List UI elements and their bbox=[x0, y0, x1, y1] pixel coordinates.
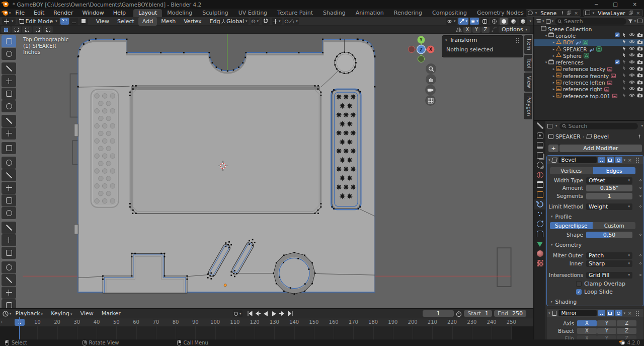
profile-superellipse-button[interactable]: Superellipse bbox=[550, 222, 593, 229]
visibility-eye-icon[interactable] bbox=[629, 93, 635, 99]
viewport-menu-view[interactable]: View bbox=[92, 17, 113, 26]
intersections-dropdown[interactable]: Grid Fill▾ bbox=[586, 272, 632, 279]
mirror-axis-y-button[interactable]: Y bbox=[472, 27, 480, 33]
miter-inner-dropdown[interactable]: Sharp▾ bbox=[586, 260, 632, 267]
tool-add-cube-button[interactable] bbox=[2, 142, 16, 154]
properties-tab-object[interactable] bbox=[534, 190, 545, 200]
affect-edges-button[interactable]: Edges bbox=[593, 167, 636, 174]
disclosure-icon[interactable]: ▸ bbox=[551, 94, 556, 98]
tool-knife-button[interactable] bbox=[2, 207, 16, 219]
drag-handle-icon[interactable] bbox=[635, 310, 639, 316]
navigation-gizmo[interactable]: Y X Z bbox=[405, 33, 437, 65]
close-icon[interactable]: × bbox=[573, 11, 579, 16]
properties-tab-render[interactable] bbox=[534, 131, 545, 141]
selectable-toggle-icon[interactable] bbox=[622, 79, 627, 86]
orthographic-toggle-button[interactable] bbox=[425, 95, 436, 106]
render-camera-icon[interactable] bbox=[637, 80, 643, 86]
selectable-toggle-icon[interactable] bbox=[622, 52, 627, 59]
imagedata-badge-icon[interactable] bbox=[607, 81, 612, 85]
disclosure-icon[interactable]: ▸ bbox=[551, 47, 556, 51]
selectable-toggle-icon[interactable] bbox=[622, 59, 627, 66]
pin-icon[interactable] bbox=[560, 11, 565, 15]
meshdata-badge-icon[interactable] bbox=[583, 40, 588, 45]
geometry-section-header[interactable]: ▾Geometry bbox=[551, 242, 582, 248]
tool-transform-button[interactable] bbox=[2, 100, 16, 112]
properties-tab-scene[interactable] bbox=[534, 160, 545, 170]
camera-view-button[interactable] bbox=[425, 85, 436, 95]
edge-select-mode-button[interactable] bbox=[70, 18, 78, 25]
limit-method-dropdown[interactable]: Weight▾ bbox=[586, 203, 632, 210]
outliner-row-reference-leften[interactable]: ▸reference leften bbox=[534, 79, 644, 86]
tool-shear-button[interactable] bbox=[2, 287, 16, 299]
jump-to-start-button[interactable] bbox=[247, 310, 254, 317]
transform-panel-header[interactable]: ▾ Transform bbox=[442, 36, 523, 44]
meshdata-badge-icon[interactable] bbox=[596, 46, 602, 52]
mirror-bisect-z-button[interactable]: Z bbox=[617, 328, 636, 334]
timeline-menu-playback[interactable]: Playback▾ bbox=[12, 310, 47, 317]
properties-tab-data[interactable] bbox=[534, 239, 545, 249]
properties-search-input[interactable]: Search bbox=[559, 123, 638, 129]
selectable-toggle-icon[interactable] bbox=[622, 39, 627, 46]
mode-dropdown[interactable]: Edit Mode ▾ bbox=[18, 18, 59, 25]
workspace-tab-modeling[interactable]: Modeling bbox=[162, 9, 197, 17]
expand-icon[interactable]: ▾ bbox=[548, 158, 550, 162]
pivot-point-dropdown[interactable]: ◎ ▾ bbox=[251, 18, 260, 25]
segments-field[interactable]: 1 bbox=[586, 193, 632, 199]
tool-move-button[interactable] bbox=[2, 62, 16, 75]
pan-button[interactable] bbox=[426, 74, 436, 85]
edit-mode-display-toggle[interactable] bbox=[598, 157, 605, 163]
tool-edge-slide-button[interactable] bbox=[2, 261, 16, 273]
tool-rotate-button[interactable] bbox=[2, 75, 16, 87]
width-type-dropdown[interactable]: Offset▾ bbox=[586, 177, 632, 184]
tool-select-box-button[interactable] bbox=[2, 35, 16, 47]
disclosure-icon[interactable]: ▸ bbox=[551, 40, 556, 44]
select-mode-new-button[interactable] bbox=[1, 26, 11, 33]
outliner-row-console[interactable]: ▾console bbox=[534, 32, 644, 39]
properties-tab-collection[interactable] bbox=[534, 180, 545, 190]
properties-tab-world[interactable] bbox=[534, 170, 545, 180]
select-mode-intersect-button[interactable] bbox=[43, 26, 53, 33]
bevel-panel-header[interactable]: ▾ Bevel ▾ × bbox=[547, 156, 643, 164]
loop-slide-checkbox[interactable]: ✓ bbox=[576, 289, 582, 295]
edit-mode-display-toggle[interactable] bbox=[598, 310, 605, 316]
tool-spin-button[interactable] bbox=[2, 234, 16, 246]
timeline-menu-view[interactable]: View bbox=[76, 310, 98, 317]
disclosure-icon[interactable]: ▸ bbox=[551, 54, 556, 58]
selectable-toggle-icon[interactable] bbox=[622, 73, 627, 80]
menu-render[interactable]: Render bbox=[49, 9, 77, 17]
maximize-button[interactable]: □ bbox=[613, 2, 617, 7]
pin-icon[interactable] bbox=[637, 134, 642, 139]
outliner-row-scene-collection[interactable]: Scene Collection bbox=[534, 26, 644, 32]
render-camera-icon[interactable] bbox=[637, 93, 643, 99]
render-camera-icon[interactable] bbox=[637, 39, 643, 46]
outliner-row-reference-right[interactable]: ▸reference right bbox=[534, 86, 644, 93]
viewport-menu-mesh[interactable]: Mesh bbox=[157, 17, 180, 26]
animate-decorator[interactable] bbox=[639, 234, 641, 236]
modifier-extras-dropdown[interactable]: ▾ bbox=[624, 311, 626, 315]
menu-file[interactable]: File bbox=[11, 9, 29, 17]
viewport-menu-select[interactable]: Select bbox=[113, 17, 138, 26]
screen-cutout[interactable] bbox=[130, 86, 320, 213]
disclosure-icon[interactable]: ▸ bbox=[551, 87, 556, 91]
select-mode-extend-button[interactable] bbox=[12, 26, 21, 33]
add-modifier-plus-icon[interactable]: + bbox=[548, 145, 558, 152]
selectable-toggle-icon[interactable] bbox=[622, 32, 627, 39]
animate-decorator[interactable] bbox=[639, 254, 641, 256]
minimize-button[interactable]: ─ bbox=[595, 2, 598, 7]
workspace-tab-shading[interactable]: Shading bbox=[318, 9, 351, 17]
zoom-button[interactable] bbox=[426, 63, 436, 74]
frame-start-field[interactable]: Start 1 bbox=[464, 310, 492, 317]
jump-to-end-button[interactable] bbox=[287, 310, 294, 317]
drag-handle-icon[interactable] bbox=[635, 157, 639, 163]
visibility-dropdown[interactable]: ▾ bbox=[446, 18, 457, 25]
disclosure-icon[interactable]: ▸ bbox=[551, 74, 556, 78]
next-keyframe-button[interactable] bbox=[279, 310, 286, 317]
close-button[interactable]: × bbox=[633, 2, 637, 7]
auto-keying-toggle[interactable]: ▾ bbox=[233, 310, 243, 317]
outliner-row-boy[interactable]: ▸BOY bbox=[534, 39, 644, 46]
workspace-tab-texture-paint[interactable]: Texture Paint bbox=[272, 9, 318, 17]
timeline-ruler[interactable]: › 1 102030405060708090100110120130140150… bbox=[0, 318, 533, 326]
current-frame-field[interactable]: 1 bbox=[423, 310, 454, 317]
breadcrumb-object[interactable]: SPEAKER bbox=[555, 133, 581, 140]
properties-tab-material[interactable] bbox=[534, 249, 545, 259]
